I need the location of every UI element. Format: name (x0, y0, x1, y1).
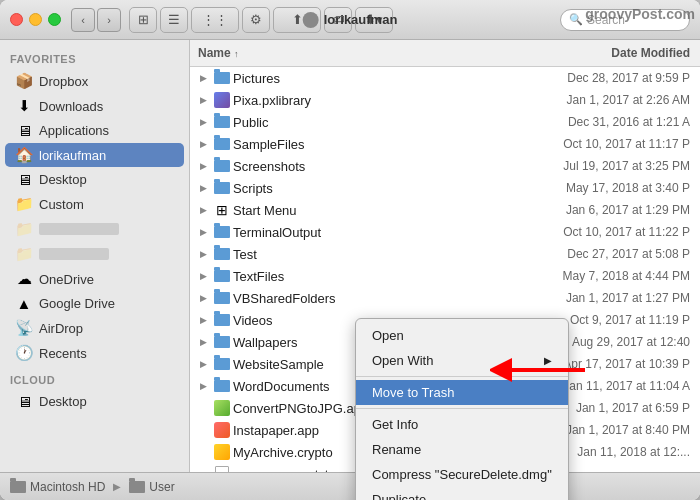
file-icon (211, 444, 233, 460)
file-name: Start Menu (233, 203, 520, 218)
icloud-desktop-icon: 🖥 (15, 393, 33, 410)
sidebar-item-icloud-desktop[interactable]: 🖥 Desktop (5, 390, 184, 413)
sidebar-item-recents[interactable]: 🕐 Recents (5, 341, 184, 365)
col-name-header[interactable]: Name ↑ (190, 44, 520, 62)
file-icon (211, 292, 233, 304)
file-icon (211, 270, 233, 282)
file-name: TerminalOutput (233, 225, 520, 240)
onedrive-icon: ☁ (15, 270, 33, 288)
file-name: VBSharedFolders (233, 291, 520, 306)
sidebar-item-label: Recents (39, 346, 87, 361)
sidebar-item-label: AirDrop (39, 321, 83, 336)
file-icon (211, 314, 233, 326)
table-row[interactable]: ▶ TextFiles May 7, 2018 at 4:44 PM (190, 265, 700, 287)
file-icon (211, 138, 233, 150)
view-icon-btn[interactable]: ⊞ (129, 7, 157, 33)
file-icon (211, 380, 233, 392)
cm-open-label: Open (372, 328, 404, 343)
context-menu-get-info[interactable]: Get Info (356, 412, 568, 437)
file-icon (211, 182, 233, 194)
context-menu-rename[interactable]: Rename (356, 437, 568, 462)
path-segment: Macintosh HD (10, 480, 105, 494)
custom-icon: 📁 (15, 195, 33, 213)
minimize-button[interactable] (29, 13, 42, 26)
file-date: May 7, 2018 at 4:44 PM (520, 269, 700, 283)
expand-arrow: ▶ (195, 139, 211, 149)
sidebar-item-dropbox[interactable]: 📦 Dropbox (5, 69, 184, 93)
table-row[interactable]: ▶ VBSharedFolders Jan 1, 2017 at 1:27 PM (190, 287, 700, 309)
file-icon (211, 422, 233, 438)
folder-icon: 📁 (15, 220, 33, 238)
file-icon (211, 226, 233, 238)
sidebar-item-airdrop[interactable]: 📡 AirDrop (5, 316, 184, 340)
table-row[interactable]: ▶ Test Dec 27, 2017 at 5:08 P (190, 243, 700, 265)
sidebar-item-onedrive[interactable]: ☁ OneDrive (5, 267, 184, 291)
context-menu-open[interactable]: Open (356, 323, 568, 348)
expand-arrow: ▶ (195, 117, 211, 127)
folder-icon (129, 481, 145, 493)
forward-button[interactable]: › (97, 8, 121, 32)
sidebar-item-desktop[interactable]: 🖥 Desktop (5, 168, 184, 191)
col-date-header[interactable]: Date Modified (520, 44, 700, 62)
column-headers: Name ↑ Date Modified (190, 40, 700, 67)
table-row[interactable]: ▶ Public Dec 31, 2016 at 1:21 A (190, 111, 700, 133)
file-name: Pixa.pxlibrary (233, 93, 520, 108)
cm-compress-label: Compress "SecureDelete.dmg" (372, 467, 552, 472)
expand-arrow: ▶ (195, 73, 211, 83)
search-icon: 🔍 (569, 13, 583, 26)
file-icon (211, 72, 233, 84)
action-btn[interactable]: ⚙ (242, 7, 270, 33)
close-button[interactable] (10, 13, 23, 26)
sidebar-item-label: OneDrive (39, 272, 94, 287)
cm-get-info-label: Get Info (372, 417, 418, 432)
file-name: Screenshots (233, 159, 520, 174)
home-icon: 🏠 (15, 146, 33, 164)
sidebar-item-blank1[interactable]: 📁 (5, 217, 184, 241)
table-row[interactable]: ▶ Screenshots Jul 19, 2017 at 3:25 PM (190, 155, 700, 177)
main-content: Favorites 📦 Dropbox ⬇ Downloads 🖥 Applic… (0, 40, 700, 472)
cm-open-with-label: Open With (372, 353, 433, 368)
sidebar-item-custom[interactable]: 📁 Custom (5, 192, 184, 216)
downloads-icon: ⬇ (15, 97, 33, 115)
traffic-lights (10, 13, 61, 26)
table-row[interactable]: ▶ Pictures Dec 28, 2017 at 9:59 P (190, 67, 700, 89)
googledrive-icon: ▲ (15, 295, 33, 312)
path-drive: Macintosh HD (30, 480, 105, 494)
file-date: May 17, 2018 at 3:40 P (520, 181, 700, 195)
file-name: Pictures (233, 71, 520, 86)
maximize-button[interactable] (48, 13, 61, 26)
table-row[interactable]: ▶ ⊞ Start Menu Jan 6, 2017 at 1:29 PM (190, 199, 700, 221)
file-date: Oct 10, 2017 at 11:22 P (520, 225, 700, 239)
sidebar-item-lorikaufman[interactable]: 🏠 lorikaufman (5, 143, 184, 167)
sidebar-item-label (39, 248, 109, 260)
back-button[interactable]: ‹ (71, 8, 95, 32)
sidebar-item-downloads[interactable]: ⬇ Downloads (5, 94, 184, 118)
sidebar-item-blank2[interactable]: 📁 (5, 242, 184, 266)
sidebar-item-label: Custom (39, 197, 84, 212)
view-column-btn[interactable]: ⋮⋮ (191, 7, 239, 33)
sidebar-item-label: Google Drive (39, 296, 115, 311)
table-row[interactable]: ▶ SampleFiles Oct 10, 2017 at 11:17 P (190, 133, 700, 155)
file-date: Jan 1, 2017 at 1:27 PM (520, 291, 700, 305)
context-menu-compress[interactable]: Compress "SecureDelete.dmg" (356, 462, 568, 472)
file-icon (211, 358, 233, 370)
sidebar-item-applications[interactable]: 🖥 Applications (5, 119, 184, 142)
icloud-label: iCloud (0, 366, 189, 389)
table-row[interactable]: ▶ Pixa.pxlibrary Jan 1, 2017 at 2:26 AM (190, 89, 700, 111)
sidebar-item-label (39, 223, 119, 235)
finder-window: ‹ › ⊞ ☰ ⋮⋮ ⚙ ⬆ 🏷 ⬇▾ lorikaufman 🔍 Search… (0, 0, 700, 500)
sidebar-item-googledrive[interactable]: ▲ Google Drive (5, 292, 184, 315)
file-name: Public (233, 115, 520, 130)
view-list-btn[interactable]: ☰ (160, 7, 188, 33)
expand-arrow: ▶ (195, 293, 211, 303)
file-date: Jul 19, 2017 at 3:25 PM (520, 159, 700, 173)
table-row[interactable]: ▶ Scripts May 17, 2018 at 3:40 P (190, 177, 700, 199)
sidebar-item-label: Applications (39, 123, 109, 138)
airdrop-icon: 📡 (15, 319, 33, 337)
expand-arrow: ▶ (195, 249, 211, 259)
expand-arrow: ▶ (195, 183, 211, 193)
table-row[interactable]: ▶ TerminalOutput Oct 10, 2017 at 11:22 P (190, 221, 700, 243)
sidebar: Favorites 📦 Dropbox ⬇ Downloads 🖥 Applic… (0, 40, 190, 472)
path-segment: User (129, 480, 174, 494)
desktop-icon: 🖥 (15, 171, 33, 188)
